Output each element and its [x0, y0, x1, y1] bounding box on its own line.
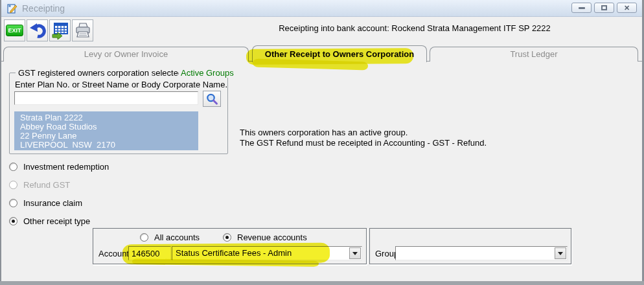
bank-account-text: Receipting into bank account: Rockend St… — [272, 23, 557, 33]
account-panel: All accounts Revenue accounts Account St… — [93, 228, 367, 264]
account-label: Account — [98, 249, 129, 258]
chevron-down-icon — [558, 252, 563, 255]
radio-label: Other receipt type — [23, 216, 90, 226]
maximize-button[interactable] — [594, 3, 614, 13]
radio-insurance-claim[interactable]: Insurance claim — [9, 198, 82, 208]
radio-label: All accounts — [154, 233, 200, 242]
radio-label: Insurance claim — [23, 198, 82, 208]
info-line-2: The GST Refund must be receipted in Acco… — [240, 138, 487, 148]
radio-label: Investment redemption — [23, 162, 109, 172]
account-name-dropdown[interactable]: Status Certificate Fees - Admin — [172, 246, 362, 260]
printer-icon — [74, 21, 92, 40]
plan-search-input[interactable] — [14, 91, 198, 105]
undo-button[interactable] — [27, 19, 48, 41]
radio-all-accounts[interactable]: All accounts — [140, 233, 200, 242]
radio-refund-gst: Refund GST — [9, 180, 70, 190]
radio-revenue-accounts[interactable]: Revenue accounts — [223, 233, 307, 242]
window-title: Receipting — [22, 3, 65, 14]
search-instruction: Enter Plan No. or Street Name or Body Co… — [15, 80, 227, 89]
grid-table-icon — [51, 21, 69, 40]
owner-line-building: Abbey Road Studios — [20, 122, 97, 131]
tab-other-receipt-to-owners-corporation[interactable]: Other Receipt to Owners Corporation — [252, 45, 427, 62]
radio-label: Revenue accounts — [237, 233, 307, 242]
radio-circle — [9, 199, 17, 207]
close-icon: ✕ — [624, 5, 630, 12]
minimize-icon — [579, 7, 585, 9]
exit-button[interactable]: EXIT — [4, 19, 25, 41]
maximize-icon — [601, 5, 607, 10]
radio-circle — [9, 217, 17, 225]
minimize-button[interactable] — [571, 3, 592, 13]
groupbox-title: GST registered owners corporation select… — [16, 68, 185, 78]
owner-line-suburb: LIVERPOOL NSW 2170 — [20, 140, 115, 150]
group-panel: Group — [369, 228, 571, 264]
title-bar: Receipting ✕ — [1, 0, 642, 17]
search-icon — [205, 93, 218, 106]
chevron-down-icon — [352, 252, 358, 255]
close-button[interactable]: ✕ — [617, 3, 637, 13]
owner-line-street: 22 Penny Lane — [20, 131, 76, 141]
exit-icon: EXIT — [6, 25, 23, 36]
window-border-left — [0, 0, 1, 285]
radio-circle — [140, 233, 148, 242]
tab-levy-or-owner-invoice[interactable]: Levy or Owner Invoice — [3, 47, 249, 62]
group-dropdown[interactable] — [395, 246, 568, 260]
radio-circle — [9, 181, 17, 189]
receipt-grid-button[interactable] — [49, 19, 71, 41]
account-code-input[interactable] — [128, 246, 171, 260]
print-button[interactable] — [72, 19, 93, 41]
dropdown-arrow-button[interactable] — [349, 247, 361, 259]
dropdown-arrow-button[interactable] — [555, 247, 566, 259]
radio-other-receipt-type[interactable]: Other receipt type — [9, 216, 90, 226]
selected-owner-listbox[interactable]: Strata Plan 2222 Abbey Road Studios 22 P… — [14, 111, 198, 150]
receipting-window: Receipting ✕ EXIT Receipting into — [0, 0, 644, 285]
owner-line-plan: Strata Plan 2222 — [20, 113, 83, 122]
tab-trust-ledger[interactable]: Trust Ledger — [430, 47, 638, 62]
active-groups-link[interactable]: Active Groups — [179, 68, 236, 78]
account-name-value: Status Certificate Fees - Admin — [172, 247, 349, 260]
search-button[interactable] — [203, 91, 221, 107]
app-icon — [7, 3, 17, 14]
undo-icon — [29, 22, 46, 40]
radio-investment-redemption[interactable]: Investment redemption — [9, 162, 109, 172]
window-border-bottom — [0, 281, 644, 285]
active-group-info: This owners corporation has an active gr… — [240, 128, 487, 148]
info-line-1: This owners corporation has an active gr… — [240, 128, 487, 138]
radio-circle — [9, 163, 17, 171]
radio-label: Refund GST — [23, 180, 70, 190]
radio-circle — [223, 233, 231, 242]
